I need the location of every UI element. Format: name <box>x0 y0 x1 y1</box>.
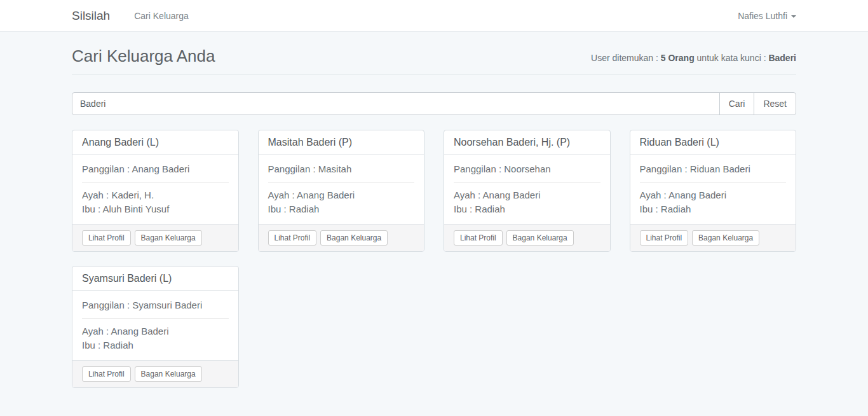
divider <box>82 182 229 183</box>
person-panggilan: Panggilan : Anang Baderi <box>82 162 229 176</box>
lihat-profil-button[interactable]: Lihat Profil <box>82 366 131 382</box>
person-name: Syamsuri Baderi (L) <box>82 273 172 284</box>
lihat-profil-button[interactable]: Lihat Profil <box>640 230 689 246</box>
result-prefix: User ditemukan : <box>591 53 661 63</box>
person-name: Anang Baderi (L) <box>82 137 159 148</box>
person-card-footer: Lihat Profil Bagan Keluarga <box>259 224 424 251</box>
person-card-header: Syamsuri Baderi (L) <box>72 267 238 291</box>
person-card-body: Panggilan : Anang Baderi Ayah : Kaderi, … <box>72 155 238 224</box>
person-card-body: Panggilan : Noorsehan Ayah : Anang Bader… <box>444 155 610 224</box>
person-ibu: Ibu : Radiah <box>640 202 787 216</box>
divider <box>640 182 787 183</box>
lihat-profil-button[interactable]: Lihat Profil <box>82 230 131 246</box>
person-card-header: Noorsehan Baderi, Hj. (P) <box>444 130 610 155</box>
person-panggilan: Panggilan : Syamsuri Baderi <box>82 298 229 312</box>
search-bar: Cari Reset <box>72 92 796 115</box>
navbar: Silsilah Cari Keluarga Nafies Luthfi <box>0 0 868 32</box>
person-name: Masitah Baderi (P) <box>268 137 353 148</box>
person-ayah: Ayah : Anang Baderi <box>640 188 787 202</box>
person-card-header: Masitah Baderi (P) <box>259 130 424 155</box>
person-name: Riduan Baderi (L) <box>640 137 719 148</box>
result-summary: User ditemukan : 5 Orang untuk kata kunc… <box>591 53 796 66</box>
person-ibu: Ibu : Aluh Binti Yusuf <box>82 202 229 216</box>
bagan-keluarga-button[interactable]: Bagan Keluarga <box>135 366 202 382</box>
person-card-body: Panggilan : Riduan Baderi Ayah : Anang B… <box>630 155 796 224</box>
result-middle: untuk kata kunci : <box>695 53 769 63</box>
person-card-footer: Lihat Profil Bagan Keluarga <box>72 360 238 387</box>
user-menu[interactable]: Nafies Luthfi <box>738 11 796 21</box>
person-ibu: Ibu : Radiah <box>82 338 229 352</box>
result-keyword: Baderi <box>768 53 796 63</box>
person-card: Riduan Baderi (L) Panggilan : Riduan Bad… <box>630 130 797 252</box>
caret-down-icon <box>791 15 796 18</box>
lihat-profil-button[interactable]: Lihat Profil <box>454 230 503 246</box>
person-card: Syamsuri Baderi (L) Panggilan : Syamsuri… <box>72 266 239 388</box>
person-card-footer: Lihat Profil Bagan Keluarga <box>444 224 610 251</box>
divider <box>454 182 600 183</box>
person-ayah: Ayah : Kaderi, H. <box>82 188 229 202</box>
person-panggilan: Panggilan : Noorsehan <box>454 162 600 176</box>
results-grid: Anang Baderi (L) Panggilan : Anang Bader… <box>72 130 796 388</box>
person-card: Masitah Baderi (P) Panggilan : Masitah A… <box>258 130 425 252</box>
page-header: Cari Keluarga Anda User ditemukan : 5 Or… <box>72 46 796 75</box>
page-title: Cari Keluarga Anda <box>72 46 215 66</box>
person-ibu: Ibu : Radiah <box>454 202 600 216</box>
user-name: Nafies Luthfi <box>738 11 787 21</box>
nav-item-cari-keluarga[interactable]: Cari Keluarga <box>134 11 189 21</box>
search-input[interactable] <box>72 92 720 115</box>
divider <box>82 318 229 319</box>
divider <box>268 182 415 183</box>
person-card-header: Riduan Baderi (L) <box>630 130 796 155</box>
bagan-keluarga-button[interactable]: Bagan Keluarga <box>692 230 759 246</box>
bagan-keluarga-button[interactable]: Bagan Keluarga <box>320 230 388 246</box>
person-ayah: Ayah : Anang Baderi <box>82 324 229 338</box>
lihat-profil-button[interactable]: Lihat Profil <box>268 230 317 246</box>
bagan-keluarga-button[interactable]: Bagan Keluarga <box>506 230 574 246</box>
cari-button[interactable]: Cari <box>719 92 755 115</box>
person-ayah: Ayah : Anang Baderi <box>454 188 600 202</box>
person-card-body: Panggilan : Masitah Ayah : Anang Baderi … <box>259 155 424 224</box>
person-panggilan: Panggilan : Masitah <box>268 162 415 176</box>
brand-link[interactable]: Silsilah <box>72 9 110 23</box>
result-count: 5 Orang <box>661 53 695 63</box>
person-card: Noorsehan Baderi, Hj. (P) Panggilan : No… <box>444 130 611 252</box>
person-panggilan: Panggilan : Riduan Baderi <box>640 162 787 176</box>
person-card-footer: Lihat Profil Bagan Keluarga <box>630 224 796 251</box>
person-card-footer: Lihat Profil Bagan Keluarga <box>72 224 238 251</box>
bagan-keluarga-button[interactable]: Bagan Keluarga <box>135 230 202 246</box>
person-name: Noorsehan Baderi, Hj. (P) <box>454 137 570 148</box>
person-card: Anang Baderi (L) Panggilan : Anang Bader… <box>72 130 239 252</box>
person-ayah: Ayah : Anang Baderi <box>268 188 415 202</box>
person-ibu: Ibu : Radiah <box>268 202 415 216</box>
person-card-header: Anang Baderi (L) <box>72 130 238 155</box>
reset-button[interactable]: Reset <box>754 92 796 115</box>
person-card-body: Panggilan : Syamsuri Baderi Ayah : Anang… <box>72 291 238 360</box>
